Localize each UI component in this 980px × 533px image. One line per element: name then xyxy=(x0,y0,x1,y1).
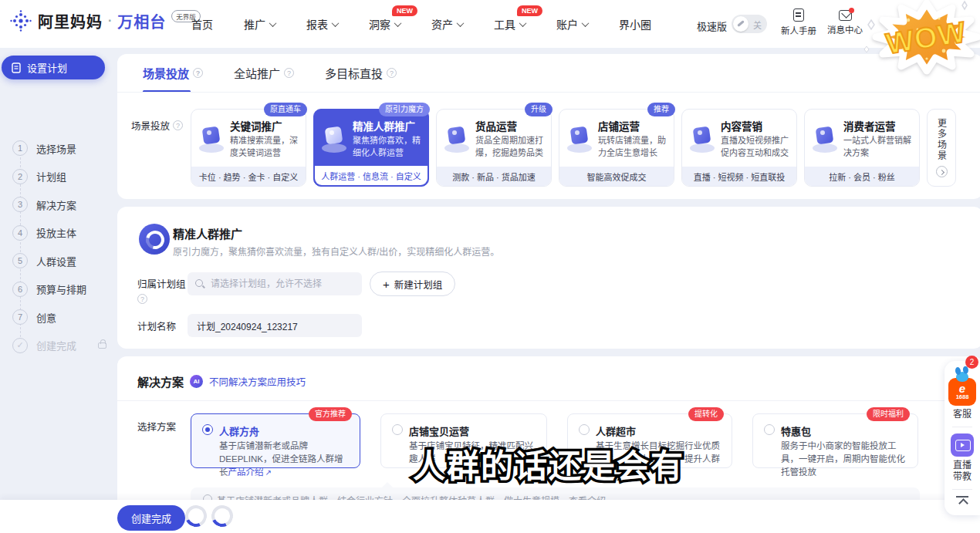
tab-multi-goal-direct[interactable]: 多目标直投 xyxy=(325,65,397,81)
step-creative[interactable]: 7创意 xyxy=(12,309,106,325)
plan-doc-icon xyxy=(12,62,21,73)
plan-group-input[interactable] xyxy=(188,272,362,295)
ai-icon: AI xyxy=(190,375,203,388)
tab-sitewide-promotion[interactable]: 全站推广 xyxy=(234,65,294,81)
radio-selected[interactable] xyxy=(202,424,213,435)
toggle-state-label: 关 xyxy=(753,19,762,31)
card-badge: 原直通车 xyxy=(264,103,307,116)
tab-scene-delivery[interactable]: 场景投放 xyxy=(143,65,203,81)
loading-spinner xyxy=(182,502,210,530)
brand-product: 万相台 xyxy=(117,10,166,32)
help-icon[interactable] xyxy=(387,68,397,78)
conversion-badge: 提转化 xyxy=(688,407,724,421)
keyword-3d-icon xyxy=(198,126,225,153)
nav-item-account[interactable]: 账户 xyxy=(556,16,588,32)
main-nav: 首页 推广 报表 洞察NEW 资产 工具NEW 账户 界小圈 xyxy=(191,0,651,48)
step-create-complete: ✓ 创建完成 xyxy=(12,338,106,353)
divider xyxy=(117,92,980,93)
scene-card-precise-audience[interactable]: 原引力魔方 精准人群推广 聚焦猜你喜欢，精细化人群运营 人群运营 · 信息流 ·… xyxy=(313,109,429,187)
chevron-down-icon xyxy=(394,19,402,27)
nav-item-assets[interactable]: 资产 xyxy=(431,16,463,32)
plan-name-input[interactable] xyxy=(188,314,362,337)
brand-logo[interactable]: 阿里妈妈 · 万相台 无界版 xyxy=(9,9,201,32)
nav-item-promotion[interactable]: 推广 xyxy=(244,16,275,32)
mode-tabs: 场景投放 全站推广 多目标直投 xyxy=(143,54,397,92)
create-complete-button[interactable]: 创建完成 xyxy=(117,505,185,531)
solution-header: 解决方案 AI 不同解决方案应用技巧 xyxy=(137,373,306,390)
step-target-subject[interactable]: 4投放主体 xyxy=(12,225,106,241)
loading-spinner xyxy=(208,502,236,530)
solution-tips-link[interactable]: 不同解决方案应用技巧 xyxy=(209,374,306,389)
plan-group-label: 归属计划组 xyxy=(137,276,186,304)
shop-3d-icon xyxy=(566,126,593,153)
card-badge: 升级 xyxy=(525,103,553,116)
step-solution[interactable]: 3解决方案 xyxy=(12,197,106,212)
solution-card-audience-ark[interactable]: 官方推荐 人群方舟 基于店铺潜新老或品牌DEEPLINK，促进全链路人群增长产品… xyxy=(191,413,360,468)
precise-audience-3d-icon xyxy=(139,224,170,255)
plus-icon xyxy=(383,278,390,291)
new-plan-group-button[interactable]: 新建计划组 xyxy=(370,272,455,296)
help-icon[interactable] xyxy=(137,294,147,304)
message-center-button[interactable]: 消息中心 xyxy=(823,8,867,35)
scene-card-goods[interactable]: 升级 货品运营 货品全周期加速打爆，挖掘趋势品类 测款 · 新品 · 货品加速 xyxy=(436,109,552,187)
scene-card-content[interactable]: 内容营销 直播及短视频推广 促内容互动和成交 直播 · 短视频 · 短直联投 xyxy=(681,109,797,187)
scene-card-shop[interactable]: 推荐 店铺运营 玩转店铺流量，助力全店生意增长 智能高效促成交 xyxy=(559,109,674,187)
content-3d-icon xyxy=(688,126,716,153)
help-icon[interactable] xyxy=(284,68,294,78)
document-icon xyxy=(793,8,804,22)
sidebar-active-label: 设置计划 xyxy=(27,60,67,75)
help-icon[interactable] xyxy=(193,68,203,78)
scene-row-label: 场景投放 xyxy=(131,118,183,133)
divider xyxy=(952,489,972,490)
nav-item-home[interactable]: 首页 xyxy=(191,16,213,32)
live-teaching-icon[interactable] xyxy=(951,433,974,457)
sidebar-item-setup-plan[interactable]: 设置计划 xyxy=(2,56,105,79)
section-title: 精准人群推广 xyxy=(173,225,242,241)
more-scenes-button[interactable]: 更多场景 xyxy=(927,109,956,187)
nav-item-insights[interactable]: 洞察NEW xyxy=(369,16,400,32)
notification-dot xyxy=(849,8,854,13)
express-version-toggle[interactable]: 关 xyxy=(732,15,767,33)
back-to-top-button[interactable] xyxy=(956,496,968,508)
video-subtitle-overlay: 人群的话还是会有 xyxy=(413,440,684,487)
step-plan-group[interactable]: 2计划组 xyxy=(12,169,106,184)
check-circle-icon: ✓ xyxy=(12,338,28,353)
lock-icon xyxy=(98,342,106,349)
chevron-down-icon xyxy=(457,19,465,27)
newbie-handbook-button[interactable]: 新人手册 xyxy=(776,8,821,36)
card-badge: 原引力魔方 xyxy=(379,103,430,116)
section-subtitle: 原引力魔方，聚焦猜你喜欢流量，独有自定义人群/出价，实现精细化人群运营。 xyxy=(173,245,499,258)
mascot-icon xyxy=(953,367,972,383)
new-badge: NEW xyxy=(517,5,542,16)
plan-basics-panel: 精准人群推广 原引力魔方，聚焦猜你喜欢流量，独有自定义人群/出价，实现精细化人群… xyxy=(117,207,980,349)
plan-name-label: 计划名称 xyxy=(137,319,176,333)
nav-item-tools[interactable]: 工具NEW xyxy=(494,16,525,32)
left-sidebar: 设置计划 1选择场景 2计划组 3解决方案 4投放主体 5人群设置 6预算与排期… xyxy=(0,54,116,532)
consumer-3d-icon xyxy=(811,126,839,153)
scene-card-consumer[interactable]: 消费者运营 一站式人群营销解决方案 拉新 · 会员 · 粉丝 xyxy=(804,109,920,187)
radio-unselected[interactable] xyxy=(392,424,403,435)
divider xyxy=(952,427,972,427)
scene-card-keyword[interactable]: 原直通车 关键词推广 精准搜索流量，深度关键词运营 卡位 · 趋势 · 金卡 ·… xyxy=(191,109,306,187)
step-budget-schedule[interactable]: 6预算与排期 xyxy=(12,282,106,297)
chevron-down-icon xyxy=(332,19,340,27)
nav-item-jiexiaoquan[interactable]: 界小圈 xyxy=(619,16,651,32)
step-audience[interactable]: 5人群设置 xyxy=(12,253,106,268)
divider xyxy=(117,400,980,401)
chevron-down-icon xyxy=(582,19,590,27)
radio-unselected[interactable] xyxy=(579,424,590,435)
step-choose-scene[interactable]: 1选择场景 xyxy=(12,140,106,156)
help-icon[interactable] xyxy=(173,120,183,130)
1688-logo-icon xyxy=(959,383,965,393)
product-intro-link[interactable]: 产品介绍 xyxy=(228,467,272,477)
customer-service-label[interactable]: 客服 xyxy=(951,409,973,420)
audience-3d-icon xyxy=(320,126,348,153)
solution-title: 解决方案 xyxy=(137,373,184,390)
live-teaching-label[interactable]: 直播带教 xyxy=(951,460,973,483)
chevron-right-circle-icon xyxy=(936,166,948,177)
card-badge: 推荐 xyxy=(647,103,675,116)
radio-unselected[interactable] xyxy=(764,424,775,435)
solution-card-special-pack[interactable]: 限时福利 特惠包 服务于中小商家的智能投放工具，一键开启，周期内智能优化托管投放 xyxy=(752,413,918,468)
bottom-action-bar: 创建完成 xyxy=(0,500,980,533)
nav-item-reports[interactable]: 报表 xyxy=(306,16,338,32)
